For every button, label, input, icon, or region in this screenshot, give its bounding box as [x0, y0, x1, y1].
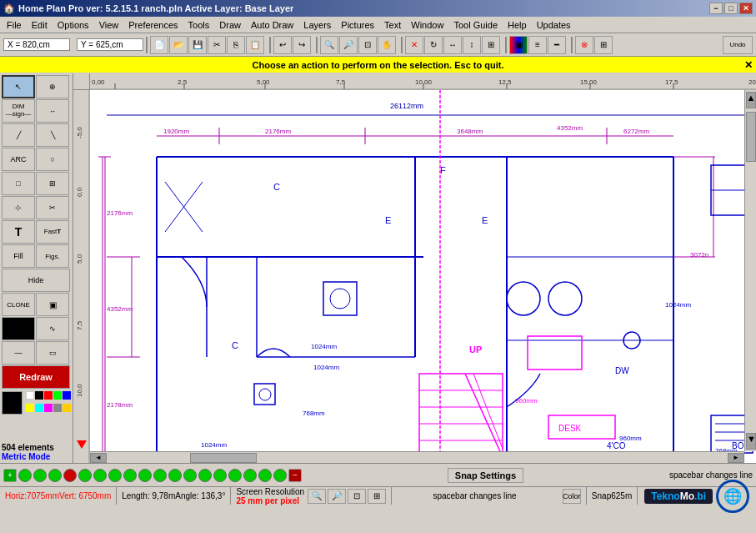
grid-button[interactable]: ⊞: [594, 36, 613, 54]
scroll-right-button[interactable]: ►: [728, 453, 744, 463]
hide-tool[interactable]: Hide: [2, 269, 70, 292]
snap-dot-15[interactable]: [228, 469, 242, 482]
clone-tool[interactable]: CLONE: [2, 293, 35, 316]
open-button[interactable]: 📂: [169, 36, 188, 54]
zoom-fit-button[interactable]: ⊡: [358, 36, 377, 54]
dim2-tool[interactable]: ↔: [36, 99, 69, 123]
snap-dot-14[interactable]: [213, 469, 227, 482]
menu-view[interactable]: View: [94, 18, 124, 32]
snap-settings-label[interactable]: Snap Settings: [448, 468, 523, 483]
snap-dot-6[interactable]: [93, 469, 107, 482]
delete-button[interactable]: ✕: [405, 36, 423, 54]
undo-button[interactable]: ↩: [273, 36, 292, 54]
rect3-tool[interactable]: ▭: [36, 341, 69, 365]
floor-plan[interactable]: 26112mm: [90, 90, 756, 463]
circle-tool[interactable]: ○: [36, 148, 69, 171]
flip-h-button[interactable]: ↔: [443, 36, 462, 54]
snap-dot-12[interactable]: [183, 469, 197, 482]
menu-file[interactable]: File: [2, 18, 27, 32]
grid-btn2[interactable]: ⊞: [368, 489, 386, 504]
close-button[interactable]: ✕: [739, 3, 753, 14]
color-chip[interactable]: [53, 404, 62, 412]
snap-dot-11[interactable]: [168, 469, 182, 482]
snap-dot-2[interactable]: [33, 469, 47, 482]
curve-tool[interactable]: ∿: [36, 317, 69, 340]
trim-tool[interactable]: ✂: [36, 196, 69, 219]
zoom-in-btn[interactable]: 🔍: [308, 489, 326, 504]
color-chip[interactable]: [44, 391, 53, 400]
scroll-thumb-h[interactable]: [190, 453, 257, 463]
paste-button[interactable]: 📋: [246, 36, 264, 54]
snap-dot-17[interactable]: [258, 469, 272, 482]
menu-layers[interactable]: Layers: [298, 18, 336, 32]
color-button[interactable]: ▣: [509, 36, 528, 54]
rect-tool[interactable]: □: [2, 172, 35, 195]
color-chip[interactable]: [44, 404, 53, 412]
color-chip[interactable]: [53, 391, 62, 400]
menu-tools[interactable]: Tools: [183, 18, 215, 32]
redo-button[interactable]: ↪: [293, 36, 311, 54]
move-tool[interactable]: ⊹: [2, 196, 35, 219]
snap-dot-16[interactable]: [243, 469, 257, 482]
save-button[interactable]: 💾: [188, 36, 207, 54]
pan-button[interactable]: ✋: [378, 36, 396, 54]
color-chip[interactable]: [35, 404, 43, 412]
menu-autodraw[interactable]: Auto Draw: [246, 18, 298, 32]
snap-button[interactable]: ⊗: [575, 36, 593, 54]
maximize-button[interactable]: □: [724, 3, 738, 14]
group-button[interactable]: ⊞: [482, 36, 500, 54]
scroll-left-button[interactable]: ◄: [90, 453, 107, 463]
line-style-button[interactable]: ≡: [528, 36, 547, 54]
infobar-close[interactable]: ✕: [744, 59, 753, 71]
select-tool[interactable]: ↖: [2, 75, 35, 98]
fill2-tool[interactable]: ▣: [36, 293, 69, 316]
line-width-button[interactable]: ━: [548, 36, 566, 54]
hline-tool[interactable]: —: [2, 341, 35, 365]
figs-tool[interactable]: Figs.: [36, 244, 69, 268]
line-tool[interactable]: ╱: [2, 123, 35, 147]
scrollbar-vertical[interactable]: ▲ ▼: [744, 90, 756, 451]
snap-minus-button[interactable]: −: [288, 469, 302, 482]
zoom-in-button[interactable]: 🔍: [320, 36, 338, 54]
line2-tool[interactable]: ╲: [36, 123, 69, 147]
menu-text[interactable]: Text: [379, 18, 406, 32]
snap-plus-button[interactable]: +: [3, 469, 17, 482]
color-chip[interactable]: [63, 404, 71, 412]
zoom-tool[interactable]: ⊕: [36, 75, 69, 98]
snap-dot-4[interactable]: [63, 469, 77, 482]
snap-dot-3[interactable]: [48, 469, 62, 482]
menu-help[interactable]: Help: [503, 18, 532, 32]
color-chip[interactable]: [26, 404, 34, 412]
color-chip[interactable]: [35, 391, 43, 400]
window-controls[interactable]: − □ ✕: [709, 3, 753, 14]
arc-tool[interactable]: ARC: [2, 148, 35, 171]
zoom-out-btn[interactable]: 🔎: [328, 489, 346, 504]
new-button[interactable]: 📄: [150, 36, 168, 54]
rotate-button[interactable]: ↻: [424, 36, 443, 54]
snap-dot-8[interactable]: [123, 469, 137, 482]
snap-dot-1[interactable]: [18, 469, 32, 482]
snap-dot-13[interactable]: [198, 469, 212, 482]
color-chip[interactable]: [63, 391, 71, 400]
text-tool[interactable]: T: [2, 220, 35, 244]
zoom-out-button[interactable]: 🔎: [339, 36, 358, 54]
copy-button[interactable]: ⎘: [227, 36, 245, 54]
color-status-btn[interactable]: Color: [563, 489, 581, 504]
flip-v-button[interactable]: ↕: [463, 36, 481, 54]
menu-draw[interactable]: Draw: [214, 18, 246, 32]
fill-tool[interactable]: Fill: [2, 244, 35, 268]
scrollbar-horizontal[interactable]: ◄ ►: [90, 451, 744, 463]
menu-options[interactable]: Options: [53, 18, 94, 32]
snap-dot-18[interactable]: [273, 469, 287, 482]
scroll-thumb-v[interactable]: [746, 112, 756, 162]
cut-button[interactable]: ✂: [208, 36, 226, 54]
color-swatch[interactable]: [2, 317, 35, 340]
dim-tool[interactable]: DIM—sign—: [2, 99, 35, 123]
undo-action-button[interactable]: Undo: [723, 36, 753, 54]
snap-dot-7[interactable]: [108, 469, 122, 482]
menu-window[interactable]: Window: [406, 18, 448, 32]
menu-preferences[interactable]: Preferences: [123, 18, 183, 32]
color-chip[interactable]: [26, 391, 34, 400]
snap-dot-10[interactable]: [153, 469, 167, 482]
canvas-area[interactable]: 0,00 2,5 5,00 7,5 10,00 12,5 15,00 17,5 …: [73, 73, 756, 463]
